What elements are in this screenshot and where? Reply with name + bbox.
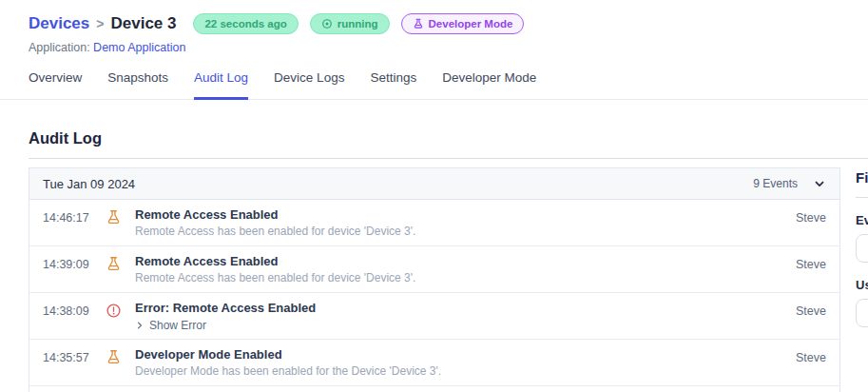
status-label: running <box>338 18 378 29</box>
event-time: 14:39:09 <box>43 258 94 271</box>
error-icon <box>106 303 122 319</box>
breadcrumb-separator: > <box>96 16 104 31</box>
tab-overview[interactable]: Overview <box>29 70 82 99</box>
events-filter-input[interactable] <box>856 234 868 263</box>
event-time: 14:46:17 <box>43 211 94 225</box>
section-title: Audit Log <box>29 129 839 147</box>
event-title: Developer Mode Enabled <box>135 347 796 362</box>
flask-icon <box>413 18 424 29</box>
audit-log-row: 14:35:57 Developer Mode Enabled Develope… <box>29 340 839 386</box>
audit-log-row: 14:46:17 Remote Access Enabled Remote Ac… <box>29 200 839 246</box>
record-icon <box>321 18 333 29</box>
event-title: Remote Access Enabled <box>135 207 796 222</box>
chevron-right-icon <box>135 321 145 330</box>
event-user: Steve <box>796 258 826 271</box>
badge-group: 22 seconds ago running Developer Mode <box>193 13 524 34</box>
chevron-down-icon[interactable] <box>813 177 826 190</box>
tab-snapshots[interactable]: Snapshots <box>107 70 168 99</box>
tab-developer-mode[interactable]: Developer Mode <box>442 70 536 99</box>
page-header: Devices > Device 3 22 seconds ago runnin… <box>0 0 868 54</box>
filter-panel-title: Filter <box>856 169 868 186</box>
event-content: Error: Remote Access Enabled Show Error <box>135 301 796 334</box>
filter-divider <box>856 197 868 198</box>
developer-mode-label: Developer Mode <box>429 18 513 29</box>
flask-icon <box>106 256 122 272</box>
events-filter-label: Events <box>856 213 868 227</box>
event-user: Steve <box>796 351 826 364</box>
application-link[interactable]: Demo Application <box>93 41 185 54</box>
events-count: 9 Events <box>753 177 798 190</box>
event-content: Remote Access Enabled Remote Access has … <box>135 254 796 284</box>
event-content: Remote Access Enabled Remote Access has … <box>135 207 796 238</box>
date-group-header[interactable]: Tue Jan 09 2024 9 Events <box>29 168 839 200</box>
developer-mode-badge: Developer Mode <box>401 13 525 34</box>
user-filter-label: User <box>856 278 868 292</box>
show-error-label: Show Error <box>149 319 206 332</box>
user-filter-input[interactable] <box>856 299 868 327</box>
tab-audit-log[interactable]: Audit Log <box>194 70 248 100</box>
last-seen-label: 22 seconds ago <box>204 18 286 29</box>
status-badge: running <box>310 13 390 34</box>
application-line: Application: Demo Application <box>29 41 839 54</box>
audit-log-row: 14:38:09 Error: Remote Access Enabled Sh… <box>29 293 839 340</box>
main-content: Tue Jan 09 2024 9 Events 14:46:17 Remote… <box>0 167 868 392</box>
breadcrumb: Devices > Device 3 22 seconds ago runnin… <box>29 13 839 34</box>
tab-bar: Overview Snapshots Audit Log Device Logs… <box>0 54 868 100</box>
tab-device-logs[interactable]: Device Logs <box>274 70 344 99</box>
last-seen-badge: 22 seconds ago <box>193 13 298 34</box>
event-user: Steve <box>796 211 826 225</box>
event-user: Steve <box>796 304 826 318</box>
section-divider <box>29 158 868 159</box>
show-error-toggle[interactable]: Show Error <box>135 319 206 332</box>
event-title: Remote Access Enabled <box>135 254 796 268</box>
flask-icon <box>106 349 122 365</box>
event-description: Remote Access has been enabled for devic… <box>135 271 796 284</box>
breadcrumb-current-device: Device 3 <box>110 14 176 33</box>
application-label: Application: <box>29 41 90 54</box>
date-label: Tue Jan 09 2024 <box>43 177 135 191</box>
event-description: Developer Mode has been enabled for the … <box>135 364 796 378</box>
event-time: 14:38:09 <box>43 304 94 318</box>
breadcrumb-devices-link[interactable]: Devices <box>29 14 89 33</box>
event-content: Developer Mode Enabled Developer Mode ha… <box>135 347 796 378</box>
event-description: Remote Access has been enabled for devic… <box>135 225 796 238</box>
audit-log-table: Tue Jan 09 2024 9 Events 14:46:17 Remote… <box>29 167 840 392</box>
event-title: Error: Remote Access Enabled <box>135 301 796 315</box>
filter-panel: Filter Events User <box>856 167 868 327</box>
audit-log-row: 14:35:30 Developer Mode Disabled Steve <box>29 386 839 392</box>
tab-settings[interactable]: Settings <box>370 70 416 99</box>
audit-log-row: 14:39:09 Remote Access Enabled Remote Ac… <box>29 246 839 293</box>
flask-icon <box>106 209 122 225</box>
event-time: 14:35:57 <box>43 351 94 364</box>
